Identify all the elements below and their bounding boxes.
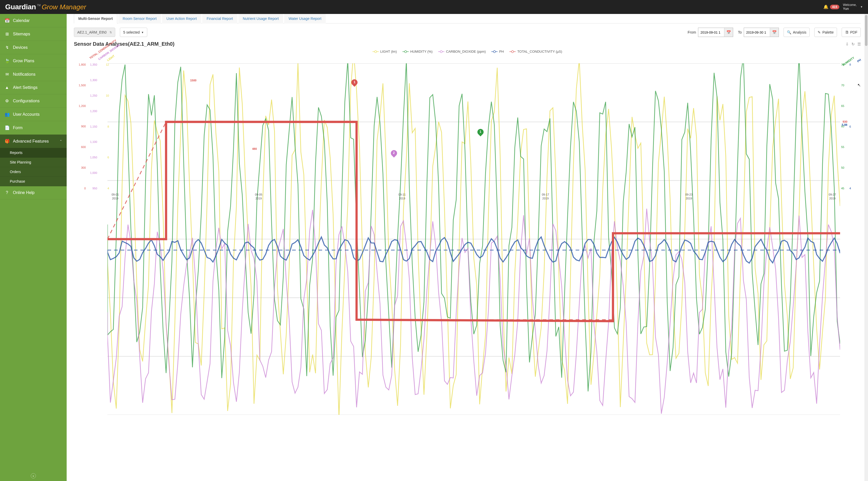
- app-logo: Guardian TM Grow Manager: [5, 3, 86, 11]
- top-header: Guardian TM Grow Manager 🔔 415 Welcome, …: [0, 0, 868, 14]
- main-scrollbar[interactable]: [864, 14, 868, 481]
- notification-badge: 415: [830, 5, 839, 9]
- legend-swatch-icon: [373, 50, 379, 53]
- subitem-purchase[interactable]: Purchase: [0, 177, 67, 186]
- from-date-input[interactable]: [698, 28, 724, 37]
- axis-title-ph: PH: [857, 58, 861, 63]
- sidebar-item-advanced-features[interactable]: 🎁 Advanced Features ⌃: [0, 135, 67, 148]
- calendar-icon: 📅: [772, 30, 777, 34]
- sidebar-item-label: Advanced Features: [13, 139, 49, 143]
- y-axis-tc: 1,8001,5001,2009006003000: [75, 63, 86, 190]
- chart-tool-save-icon[interactable]: ⇩: [845, 42, 849, 46]
- annotation-480: 480: [252, 147, 257, 150]
- sidebar-item-label: Alert Settings: [13, 85, 37, 90]
- notifications-button[interactable]: 🔔 415: [823, 4, 839, 9]
- sidebar-item-label: Notifications: [13, 72, 35, 77]
- sidebar-item-devices[interactable]: ↯Devices: [0, 41, 67, 54]
- sidebar-item-form[interactable]: 📄Form: [0, 121, 67, 135]
- palette-button[interactable]: ✎ Palette: [814, 28, 837, 37]
- sidebar-item-grow-plans[interactable]: 🍃Grow Plans: [0, 54, 67, 68]
- sidebar-item-calendar[interactable]: 📅Calendar: [0, 14, 67, 27]
- welcome-label: Welcome,: [843, 3, 857, 7]
- sidebar-item-icon: 📅: [5, 18, 9, 23]
- chart-tool-data-icon[interactable]: ☰: [858, 42, 861, 46]
- sidebar-item-icon: ✉: [5, 72, 9, 77]
- from-calendar-button[interactable]: 📅: [724, 28, 733, 37]
- sidebar-item-icon: ⊞: [5, 32, 9, 36]
- sidebar-item-label: Online Help: [13, 190, 35, 195]
- tab-user-action-report[interactable]: User Action Report: [162, 14, 201, 24]
- sidebar-item-configurations[interactable]: ⚙Configurations: [0, 94, 67, 108]
- username-label: Yun: [843, 7, 857, 11]
- sidebar: 📅Calendar⊞Sitemaps↯Devices🍃Grow Plans✉No…: [0, 14, 67, 481]
- sidebar-item-label: Configurations: [13, 99, 39, 103]
- sidebar-item-sitemaps[interactable]: ⊞Sitemaps: [0, 27, 67, 41]
- scroll-thumb[interactable]: [865, 15, 867, 46]
- sidebar-item-online-help[interactable]: ? Online Help: [0, 186, 67, 199]
- sidebar-collapse-button[interactable]: «: [31, 473, 36, 478]
- analysis-button[interactable]: 🔍 Analysis: [783, 28, 810, 37]
- search-icon: 🔍: [787, 30, 791, 34]
- end-label-tc: 930: [843, 120, 847, 123]
- chart-marker[interactable]: 1: [351, 79, 358, 87]
- legend-item[interactable]: TOTAL_CONDUCTIVITY (µS): [509, 50, 562, 54]
- sidebar-item-label: Form: [13, 126, 23, 130]
- chart-marker[interactable]: 1: [477, 129, 484, 137]
- legend-label: CARBON_DIOXIDE (ppm): [446, 50, 486, 54]
- legend-swatch-icon: [509, 50, 516, 53]
- sidebar-item-icon: ▲: [5, 85, 9, 90]
- device-select[interactable]: AE2.1_ARM_Eth0 ⇅: [74, 28, 115, 37]
- sidebar-item-icon: ↯: [5, 45, 9, 50]
- to-date-input[interactable]: [744, 28, 770, 37]
- main-content: Multi-Sensor ReportRoom Sensor ReportUse…: [67, 14, 868, 481]
- bell-icon: 🔔: [823, 4, 829, 9]
- to-calendar-button[interactable]: 📅: [770, 28, 779, 37]
- legend-swatch-icon: [491, 50, 498, 53]
- tab-water-usage-report[interactable]: Water Usage Report: [284, 14, 326, 24]
- tab-multi-sensor-report[interactable]: Multi-Sensor Report: [74, 14, 117, 24]
- legend-item[interactable]: LIGHT (lm): [373, 50, 397, 54]
- logo-text-2: Grow Manager: [41, 3, 86, 11]
- from-date-input-wrap: 📅: [698, 28, 733, 37]
- subitem-orders[interactable]: Orders: [0, 167, 67, 177]
- sidebar-item-label: User Accounts: [13, 112, 39, 117]
- legend-item[interactable]: HUMIDITY (%): [402, 50, 432, 54]
- pencil-icon: ✎: [817, 30, 821, 34]
- from-date-group: From 📅: [688, 28, 734, 37]
- chart-legend: LIGHT (lm)HUMIDITY (%)CARBON_DIOXIDE (pp…: [74, 47, 861, 55]
- pdf-button[interactable]: 🖺 PDF: [842, 28, 861, 37]
- sidebar-item-user-accounts[interactable]: 👥User Accounts: [0, 108, 67, 121]
- sidebar-item-notifications[interactable]: ✉Notifications: [0, 68, 67, 81]
- pdf-icon: 🖺: [845, 30, 848, 34]
- to-date-group: To 📅: [738, 28, 779, 37]
- sidebar-item-label: Devices: [13, 45, 28, 50]
- caret-down-icon: ▼: [141, 31, 144, 34]
- subitem-site-planning[interactable]: Site Planning: [0, 158, 67, 167]
- sidebar-item-alert-settings[interactable]: ▲Alert Settings: [0, 81, 67, 94]
- y-axis-co2: 1,3501,3001,2501,2001,1501,1001,0501,000…: [87, 63, 97, 190]
- tab-room-sensor-report[interactable]: Room Sensor Report: [118, 14, 161, 24]
- controls-row: AE2.1_ARM_Eth0 ⇅ 5 selected ▼ From 📅 To …: [74, 24, 861, 41]
- legend-item[interactable]: CARBON_DIOXIDE (ppm): [438, 50, 486, 54]
- series-select[interactable]: 5 selected ▼: [120, 28, 147, 37]
- sidebar-item-label: Grow Plans: [13, 59, 34, 63]
- welcome-block: Welcome, Yun: [843, 3, 857, 11]
- sidebar-item-label: Calendar: [13, 18, 30, 23]
- logo-tm: TM: [37, 4, 40, 7]
- header-right: 🔔 415 Welcome, Yun ▼: [823, 3, 863, 11]
- legend-swatch-icon: [438, 50, 444, 53]
- chart-tool-refresh-icon[interactable]: ↻: [851, 42, 855, 46]
- tab-financial-report[interactable]: Financial Report: [202, 14, 238, 24]
- chart-tools: ⇩ ↻ ☰: [845, 42, 861, 46]
- chart-title: Sensor Data Analyses(AE2.1_ARM_Eth0): [74, 41, 175, 47]
- svg-point-7: [493, 51, 495, 53]
- sidebar-item-icon: ⚙: [5, 98, 9, 103]
- y-axis-ph: 864: [849, 63, 860, 190]
- advanced-submenu: ReportsSite PlanningOrdersPurchase: [0, 148, 67, 186]
- subitem-reports[interactable]: Reports: [0, 148, 67, 158]
- legend-item[interactable]: PH: [491, 50, 504, 54]
- tab-nutrient-usage-report[interactable]: Nutrient Usage Report: [239, 14, 283, 24]
- user-menu-caret[interactable]: ▼: [860, 5, 863, 8]
- chart-marker[interactable]: 2: [391, 150, 397, 158]
- end-label-ph: 5.88: [842, 123, 847, 126]
